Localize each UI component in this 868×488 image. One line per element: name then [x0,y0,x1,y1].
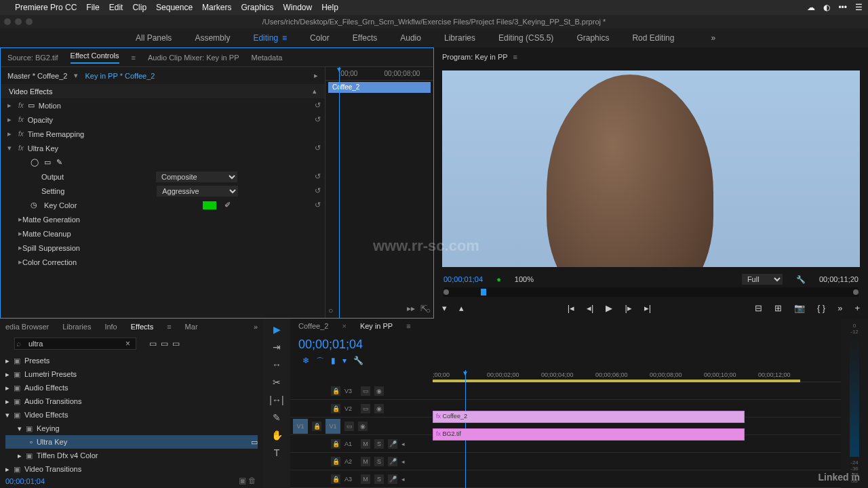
overflow-icon[interactable]: » [837,303,842,313]
param-spill-suppression[interactable]: Spill Suppression [22,244,80,252]
siri-icon[interactable]: ◐ [823,3,830,12]
overflow-icon[interactable]: » [254,323,258,331]
keyframe-nav-icon[interactable]: ▸▸ [407,304,415,313]
export-icon[interactable]: ⇱ [420,304,427,313]
mark-in-icon[interactable]: ▾ [442,303,447,313]
track-eye-icon[interactable]: ◉ [374,404,384,413]
tab-metadata[interactable]: Metadata [251,54,282,62]
ripple-edit-tool-icon[interactable]: ↔ [272,359,281,370]
fx-opacity[interactable]: Opacity [28,116,53,124]
sequence-settings-icon[interactable]: ▾ [342,356,347,367]
output-dropdown[interactable]: Composite [156,171,237,182]
ws-all-panels[interactable]: All Panels [136,33,172,43]
menu-edit[interactable]: Edit [109,3,123,12]
tab-effect-controls[interactable]: Effect Controls [71,52,119,64]
tab-effects[interactable]: Effects [131,323,153,331]
step-back-icon[interactable]: ◂| [587,303,593,313]
param-matte-cleanup[interactable]: Matte Cleanup [22,230,71,238]
wrench-icon[interactable]: 🔧 [796,275,806,284]
pen-tool-icon[interactable]: ✎ [273,412,281,423]
effects-search-input[interactable] [14,338,136,350]
marker-icon[interactable]: ▮ [331,356,336,367]
track-lock-icon[interactable]: 🔒 [331,386,340,396]
track-lock-icon[interactable]: 🔒 [312,422,321,431]
add-button-icon[interactable]: + [854,303,860,313]
tab-markers[interactable]: Mar [185,323,198,331]
mask-ellipse-icon[interactable]: ◯ [31,158,39,167]
program-monitor[interactable] [442,70,860,267]
ws-rod-editing[interactable]: Rod Editing [632,33,674,43]
mic-icon[interactable]: 🎤 [388,457,397,466]
ec-clip-bar[interactable]: Coffee_2 [328,82,431,93]
overflow-icon[interactable]: ••• [838,3,847,12]
reset-icon[interactable]: ↺ [315,201,321,209]
timeline-tab-keyinpp[interactable]: Key in PP [360,322,393,330]
reset-icon[interactable]: ↺ [315,115,321,124]
mask-rect-icon[interactable]: ▭ [44,158,51,167]
menu-file[interactable]: File [86,3,99,12]
setting-dropdown[interactable]: Aggressive [157,186,238,197]
tab-libraries[interactable]: Libraries [62,323,91,331]
step-forward-icon[interactable]: |▸ [625,303,631,313]
timeline-tab-coffee2[interactable]: Coffee_2 [298,322,328,330]
mic-icon[interactable]: 🎤 [388,439,397,449]
preset-bin-icon[interactable]: ▭ [149,339,157,348]
timeline-timecode[interactable]: 00;00;01;04 [298,338,363,352]
master-clip-label[interactable]: Master * Coffee_2 [7,72,67,80]
timeline-ruler[interactable]: ;00;00 00;00;02;00 00;00;04;00 00;00;06;… [433,370,841,382]
mask-pen-icon[interactable]: ✎ [56,158,62,167]
new-bin-icon[interactable]: ▣ [239,476,246,485]
fx-time-remapping[interactable]: Time Remapping [28,130,84,138]
reset-icon[interactable]: ↺ [315,101,321,110]
eyedropper-icon[interactable]: ✐ [224,201,231,209]
clip-bg2[interactable]: fx BG2.tif [433,428,745,441]
zoom-level[interactable]: 100% [515,275,534,283]
ws-editing[interactable]: Editing [253,33,287,43]
preset-bin-icon[interactable]: ▭ [172,339,180,348]
track-lock-icon[interactable]: 🔒 [331,474,340,484]
menu-window[interactable]: Window [283,3,312,12]
cloud-sync-icon[interactable]: ☁ [807,3,815,12]
program-tab[interactable]: Program: Key in PP [442,53,508,61]
selection-tool-icon[interactable]: ▶ [273,324,281,335]
track-lock-icon[interactable]: 🔒 [331,439,340,449]
reset-icon[interactable]: ↺ [315,144,321,152]
reset-icon[interactable]: ↺ [315,186,321,195]
go-to-out-icon[interactable]: ▸| [644,303,651,313]
stopwatch-icon[interactable]: ◷ [31,201,37,209]
track-lock-icon[interactable]: 🔒 [331,404,340,413]
track-eye-icon[interactable]: ◉ [358,422,368,431]
play-icon[interactable]: ▶ [606,303,612,313]
ec-playhead[interactable] [339,67,340,318]
menu-markers[interactable]: Markers [202,3,231,12]
resolution-dropdown[interactable]: Full [742,274,783,285]
track-lock-icon[interactable]: 🔒 [331,457,340,466]
folder-presets[interactable]: Presets [24,357,50,365]
reset-icon[interactable]: ↺ [315,172,321,181]
go-to-in-icon[interactable]: |◂ [568,303,574,313]
menu-help[interactable]: Help [321,3,338,12]
extract-icon[interactable]: ⊞ [774,303,782,313]
slip-tool-icon[interactable]: |↔| [269,394,283,405]
comparison-icon[interactable]: { } [817,303,825,313]
mic-icon[interactable]: 🎤 [388,474,397,484]
traffic-lights[interactable] [4,18,33,25]
lift-icon[interactable]: ⊟ [755,303,762,313]
type-tool-icon[interactable]: T [274,447,280,458]
param-matte-generation[interactable]: Matte Generation [22,216,80,224]
fx-motion[interactable]: Motion [39,102,61,110]
fx-ultra-key[interactable]: Ultra Key [28,144,58,152]
program-playhead[interactable] [481,289,486,296]
linked-selection-icon[interactable]: ⌒ [316,356,324,367]
tab-source[interactable]: Source: BG2.tif [7,54,58,62]
tab-info[interactable]: Info [104,323,117,331]
track-eye-icon[interactable]: ◉ [374,386,384,396]
folder-audio-transitions[interactable]: Audio Transitions [24,397,81,405]
track-toggle-icon[interactable]: ▭ [361,404,370,413]
program-duration[interactable]: 00;00;11;20 [819,275,859,283]
folder-video-effects[interactable]: Video Effects [24,411,68,419]
folder-video-transitions[interactable]: Video Transitions [24,465,81,473]
hand-tool-icon[interactable]: ✋ [271,430,283,441]
folder-audio-effects[interactable]: Audio Effects [24,384,68,392]
ws-assembly[interactable]: Assembly [195,33,230,43]
